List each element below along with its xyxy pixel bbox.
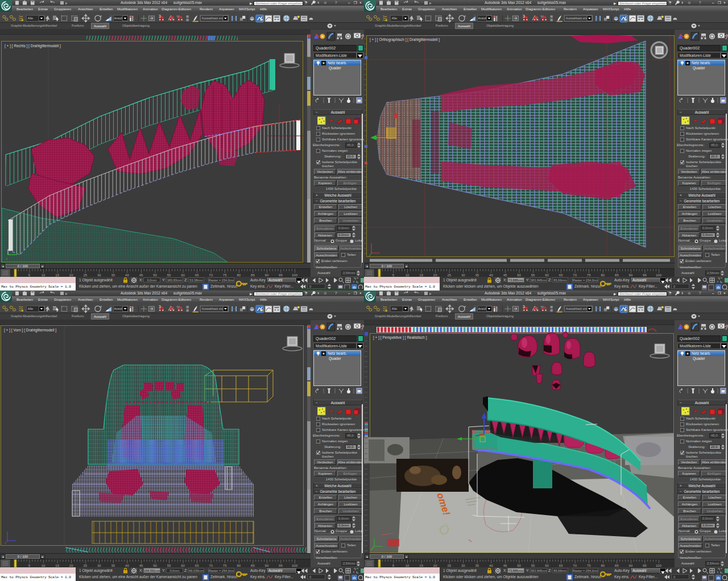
svg-text:3: 3	[523, 14, 525, 18]
svg-text:Alle: Alle	[392, 307, 397, 310]
svg-text:Alle: Alle	[28, 307, 33, 310]
svg-text:x: x	[6, 257, 7, 260]
svg-text:[ + ] [ Rechts ] [ Drahtgitter: [ + ] [ Rechts ] [ Drahtgittermodell ]	[5, 44, 61, 48]
svg-text:Alle: Alle	[392, 16, 397, 20]
svg-text:[ + ] [ Vorn ] [ Drahtgittermo: [ + ] [ Vorn ] [ Drahtgittermodell ]	[4, 328, 56, 333]
svg-text:3: 3	[159, 14, 161, 18]
svg-text:Alle: Alle	[28, 16, 33, 20]
svg-text:[ + ] [ Orthographisch ] [ Dra: [ + ] [ Orthographisch ] [ Drahtgittermo…	[370, 38, 440, 42]
svg-text:3: 3	[523, 305, 525, 309]
svg-text:3: 3	[159, 305, 161, 309]
svg-text:[ + ] [ Perspektive ] [ Realis: [ + ] [ Perspektive ] [ Realistisch ]	[373, 335, 427, 340]
